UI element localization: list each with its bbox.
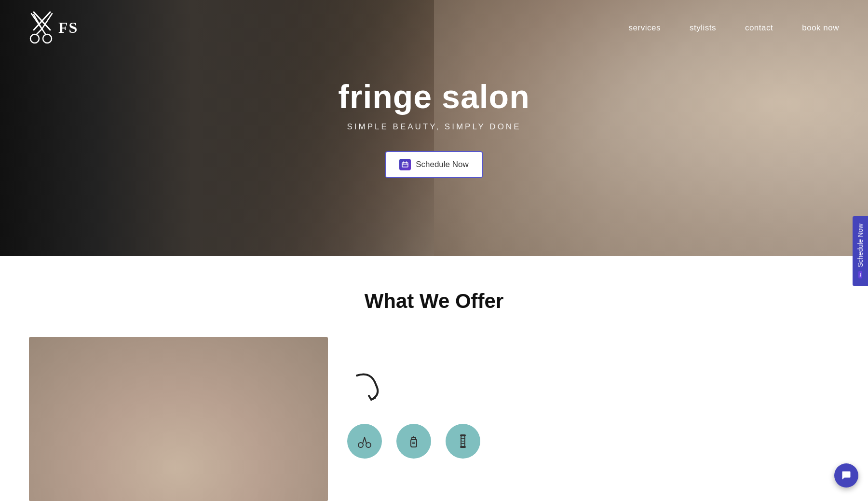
svg-point-3 [30, 34, 39, 43]
arrow-icon [347, 366, 386, 404]
schedule-button[interactable]: Schedule Now [385, 151, 483, 178]
svg-rect-18 [412, 437, 416, 440]
svg-rect-23 [460, 434, 466, 436]
side-schedule-tab[interactable]: f Schedule Now [853, 216, 868, 286]
offers-row [29, 337, 839, 501]
bottle-service-icon [396, 424, 431, 459]
svg-rect-24 [460, 446, 466, 448]
scissors-service-icon [347, 424, 382, 459]
side-tab-label: Schedule Now [856, 223, 864, 267]
nav-book[interactable]: book now [802, 23, 839, 32]
svg-point-4 [43, 34, 52, 43]
nav-contact[interactable]: contact [745, 23, 773, 32]
schedule-btn-icon [399, 159, 411, 170]
hero-content: fringe salon SIMPLE BEAUTY, SIMPLY DONE … [338, 78, 529, 178]
logo[interactable]: FS [29, 10, 78, 46]
chat-icon [841, 470, 852, 481]
chat-button[interactable] [834, 463, 858, 488]
offers-image-inner [29, 337, 328, 501]
barber-pole-service-icon [446, 424, 480, 459]
svg-rect-17 [411, 439, 417, 447]
schedule-btn-label: Schedule Now [416, 160, 469, 169]
navbar: FS services stylists contact book now [0, 0, 868, 56]
hero-subtitle: SIMPLE BEAUTY, SIMPLY DONE [338, 122, 529, 132]
svg-line-5 [36, 29, 42, 35]
svg-line-15 [363, 437, 365, 444]
nav-links: services stylists contact book now [629, 23, 839, 33]
side-tab-icon: f [858, 271, 863, 279]
offers-image [29, 337, 328, 501]
offers-icons-area [347, 337, 839, 459]
nav-stylists[interactable]: stylists [690, 23, 716, 32]
svg-line-16 [365, 437, 366, 444]
service-icons-row [347, 424, 839, 459]
svg-rect-9 [402, 163, 408, 167]
hero-title: fringe salon [338, 78, 529, 115]
nav-services[interactable]: services [629, 23, 661, 32]
logo-text: FS [58, 19, 78, 37]
offers-section: What We Offer [0, 256, 868, 502]
offers-title: What We Offer [29, 290, 839, 313]
scissors-icon [29, 10, 55, 46]
svg-line-6 [42, 29, 46, 35]
currency-symbol [347, 366, 839, 409]
